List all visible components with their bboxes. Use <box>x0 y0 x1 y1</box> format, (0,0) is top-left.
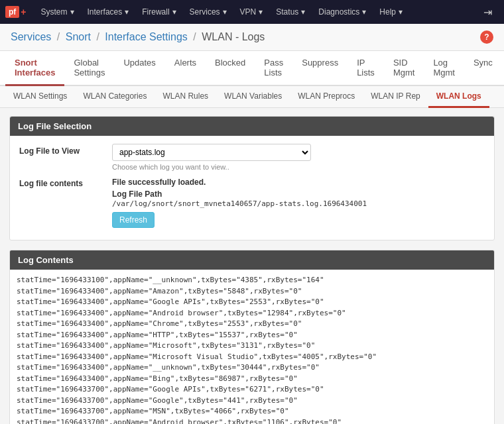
chevron-down-icon: ▾ <box>399 7 403 17</box>
tab-sync[interactable]: Sync <box>464 51 502 86</box>
breadcrumb-snort[interactable]: Snort <box>66 31 91 42</box>
logo[interactable]: pf + <box>5 6 27 18</box>
log-file-hint: Choose which log you want to view.. <box>112 163 485 171</box>
tab-global-settings[interactable]: Global Settings <box>64 51 114 86</box>
chevron-down-icon: ▾ <box>259 7 263 17</box>
nav-system[interactable]: System ▾ <box>34 0 81 24</box>
tab-pass-lists[interactable]: Pass Lists <box>255 51 292 86</box>
breadcrumb-sep1: / <box>57 31 60 42</box>
log-file-contents-label: Log file contents <box>19 178 112 188</box>
log-file-selection-body: Log File to View app-stats.log Choose wh… <box>10 136 494 240</box>
nav-status[interactable]: Status ▾ <box>269 0 312 24</box>
log-file-view-wrap: app-stats.log Choose which log you want … <box>112 144 485 171</box>
tab-wlan-ip-rep[interactable]: WLAN IP Rep <box>363 86 428 108</box>
log-file-view-row: Log File to View app-stats.log Choose wh… <box>19 144 485 171</box>
help-icon[interactable]: ? <box>480 30 493 44</box>
tab-wlan-logs[interactable]: WLAN Logs <box>428 86 489 108</box>
chevron-down-icon: ▾ <box>301 7 305 17</box>
tab-snort-interfaces[interactable]: Snort Interfaces <box>5 51 64 86</box>
user-icon[interactable]: ⇥ <box>477 6 499 19</box>
nav-interfaces[interactable]: Interfaces ▾ <box>81 0 136 24</box>
log-file-view-label: Log File to View <box>19 144 112 156</box>
chevron-down-icon: ▾ <box>125 7 129 17</box>
breadcrumb-sep2: / <box>96 31 99 42</box>
logo-icon: pf <box>5 6 19 18</box>
log-contents-panel: Log Contents statTime="1696433100",appNa… <box>9 250 495 424</box>
tab-updates[interactable]: Updates <box>114 51 164 86</box>
chevron-down-icon: ▾ <box>70 7 74 17</box>
main-content: Log File Selection Log File to View app-… <box>0 108 504 424</box>
breadcrumb-bar: Services / Snort / Interface Settings / … <box>0 24 504 51</box>
logo-plus: + <box>21 7 26 17</box>
chevron-down-icon: ▾ <box>362 7 366 17</box>
tabs-primary: Snort Interfaces Global Settings Updates… <box>0 51 504 86</box>
navbar: pf + System ▾ Interfaces ▾ Firewall ▾ Se… <box>0 0 504 24</box>
log-text-area[interactable]: statTime="1696433100",appName="__unknown… <box>10 270 494 424</box>
log-file-path-label: Log File Path <box>112 189 367 199</box>
log-contents-heading: Log Contents <box>10 250 494 270</box>
tab-sid-mgmt[interactable]: SID Mgmt <box>384 51 424 86</box>
tab-wlan-variables[interactable]: WLAN Variables <box>216 86 290 108</box>
breadcrumb-current: WLAN - Logs <box>202 31 265 42</box>
nav-vpn[interactable]: VPN ▾ <box>233 0 270 24</box>
tab-alerts[interactable]: Alerts <box>165 51 206 86</box>
chevron-down-icon: ▾ <box>172 7 176 17</box>
tab-wlan-preprocs[interactable]: WLAN Preprocs <box>290 86 363 108</box>
tab-ip-lists[interactable]: IP Lists <box>347 51 384 86</box>
log-file-path: /var/log/snort/snort_mvneta140657/app-st… <box>112 199 367 208</box>
tab-blocked[interactable]: Blocked <box>206 51 255 86</box>
log-file-status: File successfully loaded. <box>112 178 206 187</box>
nav-diagnostics[interactable]: Diagnostics ▾ <box>312 0 373 24</box>
nav-services[interactable]: Services ▾ <box>183 0 233 24</box>
nav-firewall[interactable]: Firewall ▾ <box>135 0 182 24</box>
nav-right: ⇥ <box>477 6 499 19</box>
chevron-down-icon: ▾ <box>223 7 227 17</box>
log-file-select[interactable]: app-stats.log <box>112 144 311 161</box>
breadcrumb-interface-settings[interactable]: Interface Settings <box>105 31 188 42</box>
log-file-selection-heading: Log File Selection <box>10 117 494 136</box>
log-file-contents-row: Log file contents File successfully load… <box>19 178 485 228</box>
breadcrumb: Services / Snort / Interface Settings / … <box>11 31 265 43</box>
tab-wlan-settings[interactable]: WLAN Settings <box>5 86 75 108</box>
breadcrumb-services[interactable]: Services <box>11 31 51 42</box>
log-file-info: File successfully loaded. Log File Path … <box>112 178 367 228</box>
tab-log-mgmt[interactable]: Log Mgmt <box>424 51 464 86</box>
tab-wlan-rules[interactable]: WLAN Rules <box>155 86 216 108</box>
tabs-secondary: WLAN Settings WLAN Categories WLAN Rules… <box>0 86 504 108</box>
log-file-selection-panel: Log File Selection Log File to View app-… <box>9 116 495 240</box>
tab-suppress[interactable]: Suppress <box>292 51 347 86</box>
refresh-button[interactable]: Refresh <box>112 212 155 228</box>
nav-help[interactable]: Help ▾ <box>373 0 409 24</box>
breadcrumb-sep3: / <box>193 31 196 42</box>
nav-menu: System ▾ Interfaces ▾ Firewall ▾ Service… <box>34 0 477 24</box>
tab-wlan-categories[interactable]: WLAN Categories <box>75 86 155 108</box>
